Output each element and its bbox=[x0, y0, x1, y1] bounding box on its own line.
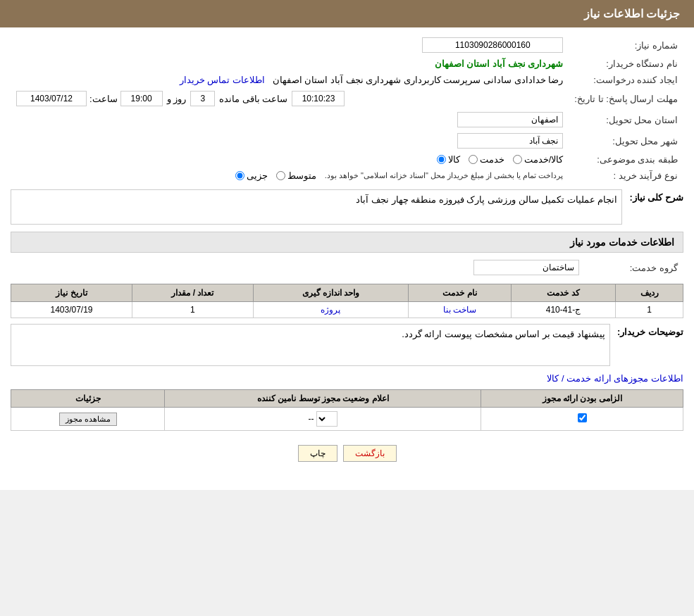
city-input[interactable] bbox=[457, 133, 563, 149]
perm-status-container: ▼ -- bbox=[171, 411, 475, 427]
purchase-jozyi-label: جزیی bbox=[247, 170, 268, 181]
requester-cell: رضا خدادادی سادانی سرپرست کاربرداری شهرد… bbox=[11, 72, 569, 88]
page-title: جزئیات اطلاعات نیاز bbox=[584, 8, 680, 20]
category-kala-khadamat-label: کالا/خدمت bbox=[524, 154, 564, 165]
col-code: کد خدمت bbox=[511, 284, 615, 302]
purchase-type-cell: پرداخت تمام یا بخشی از مبلغ خریداز محل "… bbox=[11, 168, 569, 184]
perm-status-cell: ▼ -- bbox=[165, 408, 481, 431]
perm-col3: جزئیات bbox=[11, 390, 165, 408]
main-content: شماره نیاز: نام دستگاه خریدار: شهرداری ن… bbox=[0, 27, 694, 469]
category-row: طبقه بندی موضوعی: کالا/خدمت خدمت کالا bbox=[11, 151, 683, 168]
col-name: نام خدمت bbox=[409, 284, 512, 302]
service-group-table: گروه خدمت: bbox=[11, 257, 683, 278]
city-label: شهر محل تحویل: bbox=[569, 130, 683, 151]
info-table: شماره نیاز: نام دستگاه خریدار: شهرداری ن… bbox=[11, 34, 683, 184]
need-number-row: شماره نیاز: bbox=[11, 34, 683, 56]
cell-radif: 1 bbox=[616, 302, 683, 318]
need-number-input[interactable] bbox=[422, 37, 563, 53]
cell-date: 1403/07/19 bbox=[11, 302, 132, 318]
service-group-label: گروه خدمت: bbox=[585, 257, 683, 278]
time-section: ساعت: bbox=[16, 91, 163, 106]
perm-details-cell: مشاهده مجوز bbox=[11, 408, 165, 431]
service-group-input[interactable] bbox=[473, 260, 579, 275]
province-row: استان محل تحویل: bbox=[11, 109, 683, 130]
days-input[interactable] bbox=[190, 91, 215, 106]
category-kala-khadamat-radio[interactable] bbox=[513, 155, 522, 164]
category-kala-item[interactable]: کالا bbox=[437, 154, 460, 165]
requester-row: ایجاد کننده درخواست: رضا خدادادی سادانی … bbox=[11, 72, 683, 88]
resize-handle[interactable] bbox=[16, 194, 27, 206]
services-section-label: اطلاعات خدمات مورد نیاز bbox=[570, 237, 674, 248]
services-table-header-row: ردیف کد خدمت نام خدمت واحد اندازه گیری ت… bbox=[11, 284, 683, 302]
requester-value: رضا خدادادی سادانی سرپرست کاربرداری شهرد… bbox=[273, 75, 564, 85]
permissions-table-head: الزامی بودن ارائه مجوز اعلام وضعیت مجوز … bbox=[11, 390, 683, 408]
permissions-link[interactable]: اطلاعات مجوزهای ارائه خدمت / کالا bbox=[547, 373, 683, 384]
services-table-body: 1 ج-41-410 ساخت بنا پروژه 1 1403/07/19 bbox=[11, 302, 683, 318]
permissions-table: الزامی بودن ارائه مجوز اعلام وضعیت مجوز … bbox=[11, 389, 683, 431]
buyer-org-row: نام دستگاه خریدار: شهرداری نجف آباد استا… bbox=[11, 56, 683, 72]
cell-code: ج-41-410 bbox=[511, 302, 615, 318]
province-input[interactable] bbox=[457, 112, 563, 127]
purchase-motavaset-item[interactable]: متوسط bbox=[276, 170, 316, 181]
perm-mandatory-checkbox[interactable] bbox=[578, 413, 587, 422]
buyer-notes-label: توضیحات خریدار: bbox=[617, 324, 683, 337]
category-kala-radio[interactable] bbox=[437, 155, 446, 164]
category-cell: کالا/خدمت خدمت کالا bbox=[11, 151, 569, 168]
deadline-datetime: ساعت باقی مانده روز و ساعت: bbox=[16, 91, 563, 106]
time-label: ساعت: bbox=[89, 94, 118, 104]
col-date: تاریخ نیاز bbox=[11, 284, 132, 302]
purchase-jozyi-item[interactable]: جزیی bbox=[235, 170, 268, 181]
purchase-type-radio-group: پرداخت تمام یا بخشی از مبلغ خریداز محل "… bbox=[16, 170, 563, 181]
print-button[interactable]: چاپ bbox=[298, 445, 337, 462]
need-description-box: انجام عملیات تکمیل سالن ورزشی پارک فیروز… bbox=[11, 189, 622, 225]
services-table: ردیف کد خدمت نام خدمت واحد اندازه گیری ت… bbox=[11, 284, 683, 318]
province-label: استان محل تحویل: bbox=[569, 109, 683, 130]
province-cell bbox=[11, 109, 569, 130]
permissions-link-container: اطلاعات مجوزهای ارائه خدمت / کالا bbox=[11, 373, 683, 384]
category-khadamat-radio[interactable] bbox=[469, 155, 478, 164]
purchase-type-row: نوع فرآیند خرید : پرداخت تمام یا بخشی از… bbox=[11, 168, 683, 184]
deadline-row: مهلت ارسال پاسخ: تا تاریخ: ساعت باقی مان… bbox=[11, 88, 683, 109]
perm-status-select[interactable]: ▼ bbox=[316, 411, 337, 427]
buyer-org-value: شهرداری نجف آباد استان اصفهان bbox=[435, 58, 563, 69]
category-kala-khadamat-item[interactable]: کالا/خدمت bbox=[513, 154, 564, 165]
city-row: شهر محل تحویل: bbox=[11, 130, 683, 151]
buyer-notes-box: پیشنهاد قیمت بر اساس مشخصات پیوست ارائه … bbox=[11, 324, 610, 366]
buyer-notes-section: توضیحات خریدار: پیشنهاد قیمت بر اساس مشخ… bbox=[11, 324, 683, 366]
permissions-table-body: ▼ -- مشاهده مجوز bbox=[11, 408, 683, 431]
need-description-section: شرح کلی نیاز: انجام عملیات تکمیل سالن ور… bbox=[11, 189, 683, 225]
date-input[interactable] bbox=[16, 91, 87, 106]
need-description-label: شرح کلی نیاز: bbox=[629, 189, 683, 203]
table-row: 1 ج-41-410 ساخت بنا پروژه 1 1403/07/19 bbox=[11, 302, 683, 318]
perm-col2: اعلام وضعیت مجوز توسط نامین کننده bbox=[165, 390, 481, 408]
category-khadamat-label: خدمت bbox=[480, 154, 504, 165]
need-number-label: شماره نیاز: bbox=[569, 34, 683, 56]
permissions-data-row: ▼ -- مشاهده مجوز bbox=[11, 408, 683, 431]
view-permit-button[interactable]: مشاهده مجوز bbox=[59, 413, 117, 426]
purchase-jozyi-radio[interactable] bbox=[235, 171, 244, 180]
services-table-head: ردیف کد خدمت نام خدمت واحد اندازه گیری ت… bbox=[11, 284, 683, 302]
remaining-time-input[interactable] bbox=[292, 91, 345, 106]
remaining-label: ساعت باقی مانده bbox=[219, 94, 287, 104]
category-radio-group: کالا/خدمت خدمت کالا bbox=[16, 154, 563, 165]
back-button[interactable]: بازگشت bbox=[343, 445, 397, 462]
category-khadamat-item[interactable]: خدمت bbox=[469, 154, 504, 165]
buyer-org-cell: شهرداری نجف آباد استان اصفهان bbox=[11, 56, 569, 72]
buyer-org-label: نام دستگاه خریدار: bbox=[569, 56, 683, 72]
permissions-header-row: الزامی بودن ارائه مجوز اعلام وضعیت مجوز … bbox=[11, 390, 683, 408]
buyer-notes-value: پیشنهاد قیمت بر اساس مشخصات پیوست ارائه … bbox=[402, 329, 605, 339]
deadline-cell: ساعت باقی مانده روز و ساعت: bbox=[11, 88, 569, 109]
purchase-motavaset-label: متوسط bbox=[287, 170, 316, 181]
col-count: تعداد / مقدار bbox=[132, 284, 254, 302]
time-input[interactable] bbox=[120, 91, 163, 106]
contact-link[interactable]: اطلاعات تماس خریدار bbox=[180, 75, 265, 85]
page-header: جزئیات اطلاعات نیاز bbox=[0, 0, 694, 27]
cell-count: 1 bbox=[132, 302, 254, 318]
perm-col1: الزامی بودن ارائه مجوز bbox=[481, 390, 683, 408]
col-unit: واحد اندازه گیری bbox=[253, 284, 408, 302]
purchase-motavaset-radio[interactable] bbox=[276, 171, 285, 180]
perm-mandatory-cell bbox=[481, 408, 683, 431]
resize-handle-2[interactable] bbox=[13, 353, 24, 364]
purchase-type-label: نوع فرآیند خرید : bbox=[569, 168, 683, 184]
cell-name: ساخت بنا bbox=[409, 302, 512, 318]
